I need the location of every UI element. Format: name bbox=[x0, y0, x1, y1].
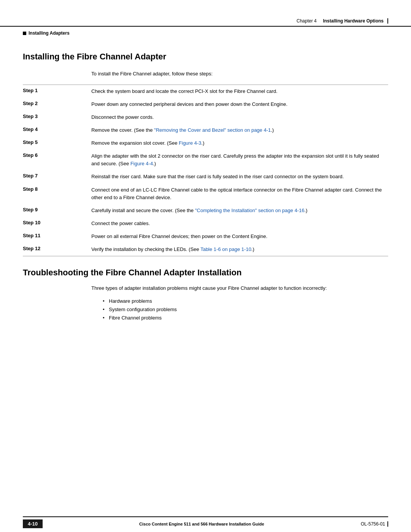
step-content: Align the adapter with the slot 2 connec… bbox=[91, 152, 388, 168]
section-square-icon bbox=[23, 32, 26, 35]
list-item: Hardware problems bbox=[103, 297, 388, 305]
step-row: Step 2 Power down any connected peripher… bbox=[23, 98, 388, 111]
step-row: Step 6 Align the adapter with the slot 2… bbox=[23, 150, 388, 170]
step-label: Step 8 bbox=[23, 186, 91, 201]
step-content: Power on all external Fibre Channel devi… bbox=[91, 233, 388, 240]
step-label: Step 9 bbox=[23, 207, 91, 214]
step-row: Step 7 Reinstall the riser card. Make su… bbox=[23, 170, 388, 183]
step-label: Step 7 bbox=[23, 173, 91, 181]
step-row: Step 9 Carefully install and secure the … bbox=[23, 204, 388, 217]
steps-container: Step 1 Check the system board and locate… bbox=[23, 85, 388, 257]
link-removing-cover[interactable]: "Removing the Cover and Bezel" section o… bbox=[154, 127, 271, 133]
header-separator bbox=[387, 18, 388, 24]
step-content: Remove the expansion slot cover. (See Fi… bbox=[91, 139, 388, 147]
section1-intro: To install the Fibre Channel adapter, fo… bbox=[91, 70, 388, 78]
step-row: Step 11 Power on all external Fibre Chan… bbox=[23, 230, 388, 243]
step-row: Step 5 Remove the expansion slot cover. … bbox=[23, 137, 388, 150]
page-container: Chapter 4 Installing Hardware Options In… bbox=[0, 0, 411, 532]
step-label: Step 12 bbox=[23, 246, 91, 253]
step-label: Step 6 bbox=[23, 152, 91, 168]
step-content: Carefully install and secure the cover. … bbox=[91, 207, 388, 214]
step-label: Step 3 bbox=[23, 113, 91, 121]
footer-center-text: Cisco Content Engine 511 and 566 Hardwar… bbox=[43, 522, 361, 526]
step-row: Step 10 Connect the power cables. bbox=[23, 217, 388, 230]
section2-heading: Troubleshooting the Fibre Channel Adapte… bbox=[23, 268, 388, 278]
header-chapter: Chapter 4 Installing Hardware Options bbox=[296, 18, 384, 24]
step-content: Remove the cover. (See the "Removing the… bbox=[91, 126, 388, 134]
step-content: Connect the power cables. bbox=[91, 220, 388, 227]
link-completing-installation[interactable]: "Completing the Installation" section on… bbox=[195, 208, 304, 213]
step-content: Disconnect the power cords. bbox=[91, 113, 388, 121]
link-table-1-6[interactable]: Table 1-6 on page 1-10 bbox=[201, 246, 252, 252]
step-label: Step 4 bbox=[23, 126, 91, 134]
step-row: Step 12 Verify the installation by check… bbox=[23, 243, 388, 256]
step-row: Step 3 Disconnect the power cords. bbox=[23, 111, 388, 124]
chapter-label: Chapter 4 bbox=[296, 18, 317, 24]
link-figure-4-3[interactable]: Figure 4-3 bbox=[179, 140, 201, 146]
sub-header: Installing Adapters bbox=[0, 28, 411, 40]
footer-page-number: 4-10 bbox=[23, 519, 43, 528]
footer-wrapper: 4-10 Cisco Content Engine 511 and 566 Ha… bbox=[23, 516, 388, 528]
list-item: System configuration problems bbox=[103, 305, 388, 314]
trouble-intro: Three types of adapter installation prob… bbox=[91, 284, 388, 292]
step-content: Verify the installation by checking the … bbox=[91, 246, 388, 253]
footer-bar bbox=[387, 521, 388, 527]
step-row: Step 4 Remove the cover. (See the "Remov… bbox=[23, 124, 388, 137]
step-content: Check the system board and locate the co… bbox=[91, 88, 388, 95]
footer-right: OL-5756-01 bbox=[361, 521, 388, 527]
page-header: Chapter 4 Installing Hardware Options bbox=[0, 11, 411, 27]
step-row: Step 8 Connect one end of an LC-LC Fibre… bbox=[23, 184, 388, 204]
link-figure-4-4[interactable]: Figure 4-4 bbox=[131, 161, 153, 166]
step-content: Connect one end of an LC-LC Fibre Channe… bbox=[91, 186, 388, 201]
step-label: Step 5 bbox=[23, 139, 91, 147]
chapter-title: Installing Hardware Options bbox=[323, 18, 384, 24]
footer-doc-number: OL-5756-01 bbox=[361, 521, 385, 527]
list-item: Fibre Channel problems bbox=[103, 314, 388, 322]
step-content: Reinstall the riser card. Make sure that… bbox=[91, 173, 388, 181]
step-label: Step 11 bbox=[23, 233, 91, 240]
bullet-list: Hardware problems System configuration p… bbox=[103, 297, 388, 322]
step-label: Step 1 bbox=[23, 88, 91, 95]
step-row: Step 1 Check the system board and locate… bbox=[23, 85, 388, 98]
sub-header-text: Installing Adapters bbox=[29, 30, 70, 36]
section1-heading: Installing the Fibre Channel Adapter bbox=[23, 52, 388, 62]
main-content: Installing the Fibre Channel Adapter To … bbox=[0, 40, 411, 423]
step-label: Step 10 bbox=[23, 220, 91, 227]
step-content: Power down any connected peripheral devi… bbox=[91, 101, 388, 108]
step-label: Step 2 bbox=[23, 101, 91, 108]
